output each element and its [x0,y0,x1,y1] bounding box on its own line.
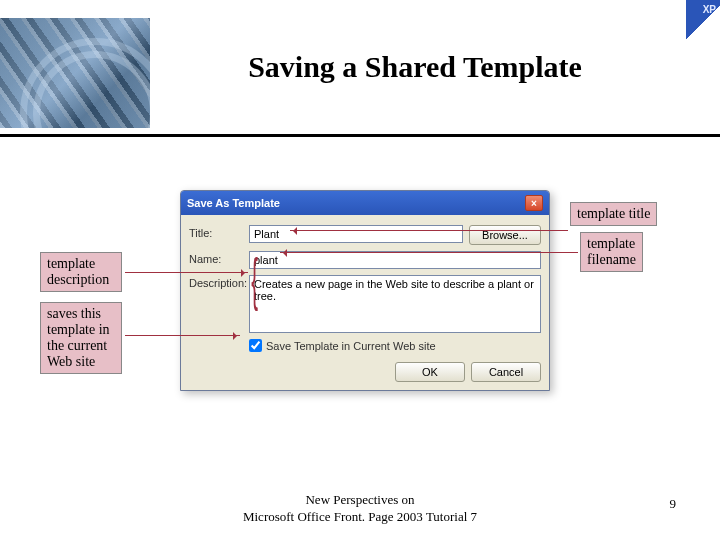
slide-header: Saving a Shared Template [0,0,720,128]
title-label: Title: [189,225,249,239]
arrow-description [125,272,248,273]
title-field[interactable] [249,225,463,243]
arrow-template-filename [280,252,578,253]
close-icon[interactable]: × [525,195,543,211]
ok-button[interactable]: OK [395,362,465,382]
callout-template-description: template description [40,252,122,292]
cancel-button[interactable]: Cancel [471,362,541,382]
checkbox-label: Save Template in Current Web site [266,340,436,352]
decorative-sphere-image [0,18,150,128]
save-as-template-dialog: Save As Template × Title: Browse... Name… [180,190,550,391]
divider [0,134,720,137]
callout-template-filename: template filename [580,232,643,272]
name-field[interactable] [249,251,541,269]
arrow-save-current [125,335,240,336]
name-label: Name: [189,251,249,265]
browse-button[interactable]: Browse... [469,225,541,245]
save-in-current-checkbox[interactable] [249,339,262,352]
slide-footer: New Perspectives on Microsoft Office Fro… [0,492,720,526]
slide-title: Saving a Shared Template [150,18,720,84]
figure-area: Save As Template × Title: Browse... Name… [0,190,720,450]
description-field[interactable]: Creates a new page in the Web site to de… [249,275,541,333]
corner-badge: XP [686,0,720,46]
dialog-title: Save As Template [187,197,280,209]
page-number: 9 [670,496,677,512]
arrow-template-title [290,230,568,231]
brace-icon: { [251,250,258,308]
callout-saves-current: saves this template in the current Web s… [40,302,122,374]
description-label: Description: [189,275,249,289]
dialog-titlebar: Save As Template × [181,191,549,215]
callout-template-title: template title [570,202,657,226]
